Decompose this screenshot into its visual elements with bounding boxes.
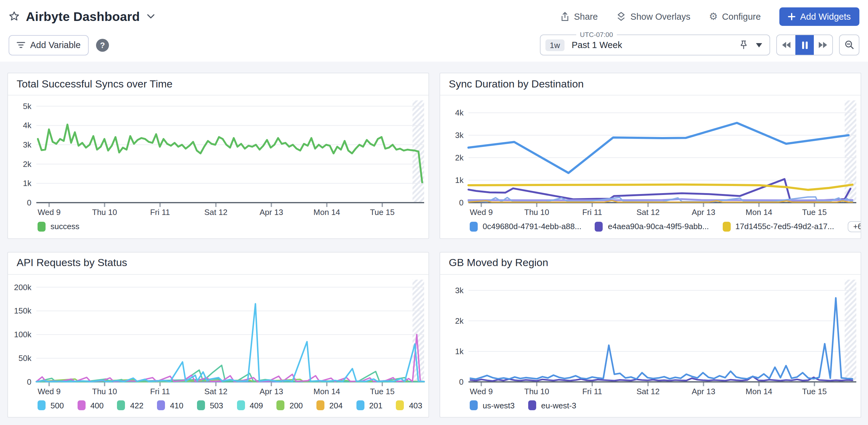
time-range-selector[interactable]: UTC-07:00 1w Past 1 Week <box>540 34 770 55</box>
time-controls: UTC-07:00 1w Past 1 Week <box>540 34 859 55</box>
legend-item[interactable]: 17d1455c-7ed5-49d2-a17... <box>722 221 834 231</box>
show-overlays-button[interactable]: Show Overlays <box>616 11 690 22</box>
svg-text:Tue 15: Tue 15 <box>370 387 395 396</box>
legend-item[interactable]: 410 <box>157 400 183 410</box>
legend-item[interactable]: 201 <box>356 400 382 410</box>
svg-text:Tue 15: Tue 15 <box>802 208 827 217</box>
widget-title[interactable]: API Requests by Status <box>8 252 429 274</box>
legend-color-chip <box>528 400 536 410</box>
legend-color-chip <box>470 221 478 231</box>
header-actions: Share Show Overlays ⚙ Configure Add <box>560 7 859 26</box>
api-legend: 500400422410503409200204201403+4 <box>8 396 429 417</box>
svg-text:Fri 11: Fri 11 <box>582 387 602 396</box>
legend-color-chip <box>157 400 165 410</box>
range-shortcode-chip: 1w <box>546 39 564 51</box>
share-button[interactable]: Share <box>560 12 598 22</box>
add-variable-button[interactable]: Add Variable <box>9 35 89 55</box>
add-widgets-button[interactable]: Add Widgets <box>779 7 859 26</box>
syncs-line-chart[interactable]: 01k2k3k4k5kWed 9Thu 10Fri 11Sat 12Apr 13… <box>8 95 429 217</box>
header-row-2: Add Variable ? UTC-07:00 1w Past 1 Week <box>0 27 868 58</box>
legend-more-button[interactable]: +6 <box>848 221 861 232</box>
svg-text:Tue 15: Tue 15 <box>802 387 827 396</box>
legend-item[interactable]: 503 <box>197 400 223 410</box>
legend-color-chip <box>470 400 478 410</box>
svg-text:Thu 10: Thu 10 <box>524 387 549 396</box>
svg-text:Mon 14: Mon 14 <box>313 387 340 396</box>
legend-color-chip <box>396 400 404 410</box>
gb-legend: us-west3eu-west-3 <box>440 396 861 417</box>
help-button[interactable]: ? <box>96 38 109 52</box>
legend-label: success <box>51 222 80 231</box>
page-title: Airbyte Dashboard <box>26 9 140 24</box>
widget-sync-duration: Sync Duration by Destination 01k2k3k4kWe… <box>439 73 861 239</box>
widget-total-successful-syncs: Total Successful Syncs over Time 01k2k3k… <box>7 73 429 239</box>
legend-label: 503 <box>210 401 223 410</box>
api-line-chart[interactable]: 050k100k150k200kWed 9Thu 10Fri 11Sat 12A… <box>8 274 429 396</box>
legend-label: 410 <box>170 401 183 410</box>
legend-item[interactable]: 403 <box>396 400 422 410</box>
title-chevron-down-icon[interactable] <box>147 14 155 19</box>
widget-gb-moved: GB Moved by Region 01k2k3kWed 9Thu 10Fri… <box>439 252 861 418</box>
header: Airbyte Dashboard Share Show Overlays <box>0 0 868 62</box>
svg-text:Sat 12: Sat 12 <box>205 387 227 396</box>
legend-item[interactable]: 200 <box>276 400 303 410</box>
filter-icon <box>17 41 25 49</box>
svg-text:2k: 2k <box>23 159 32 169</box>
legend-item[interactable]: eu-west-3 <box>528 400 576 410</box>
configure-label: Configure <box>722 12 761 22</box>
widget-title[interactable]: GB Moved by Region <box>440 252 861 274</box>
legend-item[interactable]: 409 <box>237 400 263 410</box>
legend-label: 0c49680d-4791-4ebb-a88... <box>483 222 582 231</box>
svg-text:Apr 13: Apr 13 <box>692 208 715 217</box>
legend-item[interactable]: 400 <box>77 400 103 410</box>
legend-item[interactable]: 500 <box>37 400 64 410</box>
gb-line-chart[interactable]: 01k2k3kWed 9Thu 10Fri 11Sat 12Apr 13Mon … <box>440 274 861 396</box>
svg-text:Sat 12: Sat 12 <box>205 208 227 217</box>
duration-line-chart[interactable]: 01k2k3k4kWed 9Thu 10Fri 11Sat 12Apr 13Mo… <box>440 95 861 217</box>
add-widgets-label: Add Widgets <box>800 12 851 22</box>
widget-title[interactable]: Total Successful Syncs over Time <box>8 73 429 95</box>
legend-color-chip <box>117 400 125 410</box>
time-field-icons <box>739 40 770 50</box>
configure-button[interactable]: ⚙ Configure <box>709 12 761 22</box>
share-label: Share <box>574 12 598 22</box>
widget-title[interactable]: Sync Duration by Destination <box>440 73 861 95</box>
svg-text:5k: 5k <box>23 102 32 111</box>
svg-text:2k: 2k <box>455 153 464 162</box>
widget-grid: Total Successful Syncs over Time 01k2k3k… <box>0 62 868 425</box>
legend-label: e4aea90a-90ca-49f5-9abb... <box>608 222 709 231</box>
show-overlays-label: Show Overlays <box>630 12 690 22</box>
svg-text:Mon 14: Mon 14 <box>745 208 772 217</box>
legend-color-chip <box>316 400 324 410</box>
svg-text:4k: 4k <box>455 108 464 117</box>
legend-label: 400 <box>90 401 103 410</box>
svg-text:50k: 50k <box>19 353 32 363</box>
gear-icon: ⚙ <box>709 12 718 22</box>
legend-label: 201 <box>369 401 382 410</box>
rewind-button[interactable] <box>777 35 795 55</box>
legend-item[interactable]: us-west3 <box>470 400 515 410</box>
pin-icon[interactable] <box>739 40 748 50</box>
svg-text:Wed 9: Wed 9 <box>37 208 61 217</box>
zoom-out-button[interactable] <box>839 34 859 55</box>
svg-text:0: 0 <box>459 198 464 207</box>
caret-down-icon[interactable] <box>756 43 762 47</box>
legend-color-chip <box>237 400 245 410</box>
add-variable-label: Add Variable <box>30 40 81 50</box>
forward-button[interactable] <box>814 35 832 55</box>
svg-text:0: 0 <box>459 377 464 386</box>
legend-label: 204 <box>329 401 343 410</box>
legend-item[interactable]: success <box>37 221 80 231</box>
legend-item[interactable]: 204 <box>316 400 343 410</box>
plus-icon <box>788 13 795 20</box>
legend-item[interactable]: e4aea90a-90ca-49f5-9abb... <box>595 221 709 231</box>
legend-item[interactable]: 422 <box>117 400 144 410</box>
svg-text:0: 0 <box>27 198 31 207</box>
svg-text:Fri 11: Fri 11 <box>582 208 602 217</box>
legend-label: 403 <box>409 401 422 410</box>
legend-label: us-west3 <box>483 401 515 410</box>
legend-item[interactable]: 0c49680d-4791-4ebb-a88... <box>470 221 582 231</box>
pause-button[interactable] <box>795 35 814 55</box>
favorite-star-icon[interactable] <box>9 11 20 22</box>
svg-text:Tue 15: Tue 15 <box>370 208 395 217</box>
